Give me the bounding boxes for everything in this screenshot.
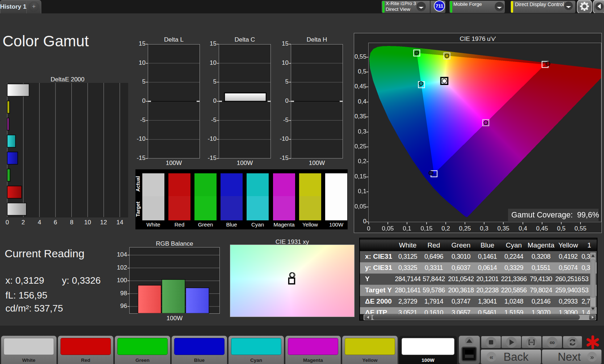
svg-text:∞: ∞ — [550, 338, 555, 346]
svg-text:»: » — [590, 353, 594, 361]
svg-text:«: « — [490, 353, 494, 361]
